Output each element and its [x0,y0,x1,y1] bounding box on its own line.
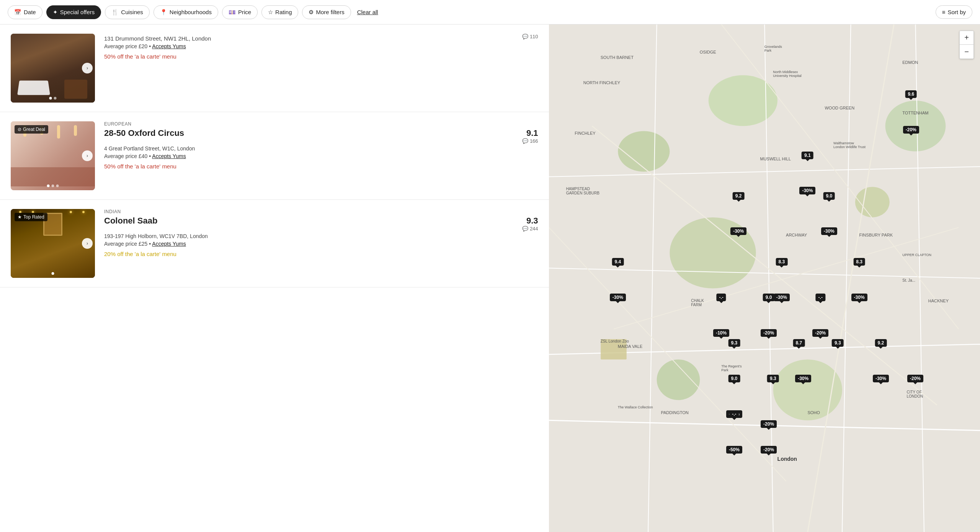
card-price-row: Average price £20 • Accepts Yums [104,43,538,49]
accepts-yums-link[interactable]: Accepts Yums [152,43,186,49]
map-marker-30-off-3[interactable]: -30% [821,227,837,235]
filter-neighbourhoods[interactable]: 📍 Neighbourhoods [154,5,218,19]
restaurant-card[interactable]: ★ Top Rated › INDIAN Colonel Saab 9.3 💬 [0,200,549,287]
filter-date[interactable]: 📅 Date [8,5,42,19]
badge-label: Great Deal [23,127,45,132]
map-marker-9-0-a[interactable]: 9.0 [823,192,835,200]
map-marker-30-off-4[interactable]: -30% [610,294,626,301]
star-badge-icon: ★ [18,214,22,220]
map-controls: + − [959,31,974,59]
carousel-dots [52,272,54,275]
map-marker-9-0-c[interactable]: 9.0 [728,375,740,382]
map-marker-9-3-c[interactable]: 9.3 [767,375,779,382]
map-marker-20-off-2[interactable]: -20% [761,329,777,337]
main-layout: › 131 Drummond Street, NW1 2HL, London 💬… [0,24,980,532]
clear-all-button[interactable]: Clear all [357,9,378,15]
map-svg [549,24,980,532]
top-rated-badge: ★ Top Rated [15,213,47,221]
map-marker-9-4[interactable]: 9.4 [612,258,624,266]
card-cuisine: INDIAN [104,209,538,214]
carousel-dots [47,184,59,187]
card-reviews: 💬 244 [522,226,538,232]
map-marker-9-0-b[interactable]: 9.0 [763,294,775,301]
card-price-row: Average price £25 • Accepts Yums [104,241,538,247]
more-filters-icon: ⚙ [309,9,314,16]
map-marker-8-3-a[interactable]: 8.3 [776,258,788,266]
accepts-yums-link[interactable]: Accepts Yums [152,241,186,247]
badge-icon: ⊘ [18,127,21,132]
map-marker-9-6[interactable]: 9.6 [905,90,917,98]
restaurant-card[interactable]: › 131 Drummond Street, NW1 2HL, London 💬… [0,24,549,112]
filter-price-label: Price [238,9,251,15]
map-marker-20-off-6[interactable]: -20% [761,446,777,454]
card-rating-block: 9.3 💬 244 [522,216,538,232]
calendar-icon: 📅 [14,9,21,16]
sort-by-label: Sort by [947,9,966,15]
card-rating-block: 9.1 💬 166 [522,128,538,144]
card-name: Colonel Saab [104,216,157,226]
card-reviews: 💬 110 [522,34,538,39]
dot-2 [54,97,57,100]
sort-icon: ≡ [942,9,946,15]
card-info: EUROPEAN 28-50 Oxford Circus 9.1 💬 166 4… [104,121,538,190]
restaurant-card[interactable]: ⊘ Great Deal › EUROPEAN 28-50 Oxford Cir… [0,112,549,200]
map-marker-50-off-2[interactable]: -50% [726,446,742,454]
map-marker-30-off-2[interactable]: -30% [730,227,746,235]
map-marker-20-off-3[interactable]: -20% [812,329,828,337]
map-marker-9-1[interactable]: 9.1 [802,152,813,159]
map-marker-9-3-a[interactable]: 9.3 [728,339,740,347]
filter-more[interactable]: ⚙ More filters [302,5,351,19]
dot-1 [49,97,52,100]
map-marker-dash-c[interactable]: -.- [729,410,739,418]
map-marker-30-off-8[interactable]: -30% [795,375,811,382]
map-marker-dash-a[interactable]: -.- [716,294,726,301]
map-marker-30-off-7[interactable]: -30% [873,375,889,382]
carousel-dots [49,97,57,100]
filter-special-offers-label: Special offers [60,9,95,15]
chat-icon: 💬 [522,226,528,232]
map-marker-10-off[interactable]: -10% [713,329,729,337]
price-icon: 💷 [229,9,236,16]
map-marker-30-off-5[interactable]: -30% [774,294,790,301]
zoom-out-button[interactable]: − [960,45,973,59]
next-image-button[interactable]: › [82,63,93,73]
card-address: 4 Great Portland Street, W1C, London [104,145,538,152]
map-marker-20-off-5[interactable]: -20% [761,420,777,428]
next-image-button[interactable]: › [82,150,93,161]
map-marker-20-off-1[interactable]: -20% [903,126,919,134]
card-offer: 20% off the 'a la carte' menu [104,251,538,257]
filter-price[interactable]: 💷 Price [222,5,258,19]
location-icon: 📍 [160,9,167,16]
card-info: INDIAN Colonel Saab 9.3 💬 244 193-197 Hi… [104,209,538,278]
dot-3 [56,184,59,187]
special-offers-icon: ✦ [53,9,58,16]
card-offer: 50% off the 'a la carte' menu [104,53,538,60]
map-marker-9-2-b[interactable]: 9.2 [875,339,887,347]
map-marker-30-off-1[interactable]: -30% [799,187,815,194]
map-marker-9-3-b[interactable]: 9.3 [832,339,844,347]
zoom-in-button[interactable]: + [960,31,973,45]
card-rating: 9.1 [526,128,538,138]
map-marker-30-off-6[interactable]: -30% [851,294,867,301]
card-address: 131 Drummond Street, NW1 2HL, London [104,35,211,42]
map-marker-20-off-4[interactable]: -20% [907,375,923,382]
accepts-yums-link[interactable]: Accepts Yums [152,153,186,159]
sort-by-button[interactable]: ≡ Sort by [936,5,972,19]
filter-rating[interactable]: ☆ Rating [261,5,298,19]
chat-icon: 💬 [522,138,528,144]
next-image-button[interactable]: › [82,238,93,249]
map-marker-8-7[interactable]: 8.7 [793,339,805,347]
avg-price: £20 [139,43,147,49]
svg-point-2 [618,131,670,171]
map-marker-8-3-b[interactable]: 8.3 [853,258,865,266]
filter-special-offers[interactable]: ✦ Special offers [46,5,101,19]
svg-rect-21 [601,339,627,359]
map-marker-9-2[interactable]: 9.2 [733,192,745,200]
avg-price: £25 [139,241,147,247]
header: 📅 Date ✦ Special offers 🍴 Cuisines 📍 Nei… [0,0,980,24]
filter-date-label: Date [24,9,36,15]
card-name-row: Colonel Saab 9.3 💬 244 [104,216,538,232]
filter-cuisines[interactable]: 🍴 Cuisines [105,5,150,19]
map-marker-dash-b[interactable]: -.- [816,294,825,301]
card-info: 131 Drummond Street, NW1 2HL, London 💬 1… [104,34,538,103]
